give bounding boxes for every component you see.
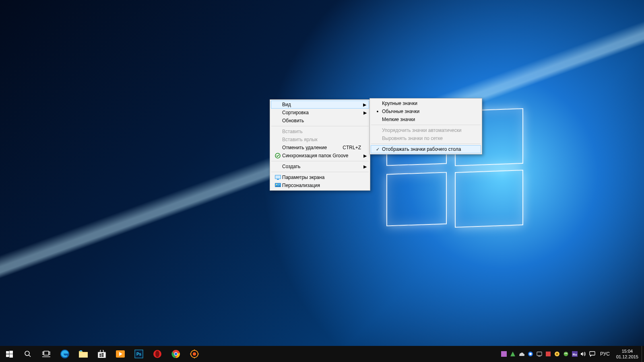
menu-separator <box>371 144 481 144</box>
tray-icon-1[interactable] <box>500 346 508 362</box>
svg-rect-22 <box>99 354 101 355</box>
taskbar-app-chrome[interactable] <box>167 346 185 362</box>
svg-rect-2 <box>275 175 281 179</box>
menu-item-sort[interactable]: Сортировка ▶ <box>271 109 369 117</box>
search-button[interactable] <box>19 346 37 362</box>
tray-icon-6[interactable] <box>544 346 553 362</box>
svg-point-49 <box>565 353 566 354</box>
svg-rect-8 <box>9 351 13 354</box>
submenu-item-show-desktop-icons[interactable]: ✓ Отображать значки рабочего стола <box>371 145 481 153</box>
submenu-item-auto-arrange: Упорядочить значки автоматически <box>371 126 481 134</box>
menu-item-display-settings[interactable]: Параметры экрана <box>271 173 369 181</box>
menu-label: Мелкие значки <box>382 117 473 122</box>
chevron-right-icon: ▶ <box>363 102 366 107</box>
taskbar-app-store[interactable] <box>93 346 111 362</box>
tray-icon-5[interactable] <box>535 346 544 362</box>
menu-label: Отменить удаление <box>282 145 334 150</box>
language-indicator[interactable]: РУС <box>597 351 613 357</box>
chevron-right-icon: ▶ <box>363 153 367 158</box>
groove-icon <box>273 153 282 158</box>
svg-rect-44 <box>537 352 542 356</box>
svg-rect-20 <box>98 352 106 358</box>
chevron-right-icon: ▶ <box>363 164 367 169</box>
tray-icon-4[interactable] <box>526 346 535 362</box>
check-mark-icon: ✓ <box>373 147 382 152</box>
taskbar-app-media[interactable] <box>111 346 130 362</box>
menu-item-new[interactable]: Создать ▶ <box>271 162 369 171</box>
menu-item-refresh[interactable]: Обновить <box>271 117 369 125</box>
menu-label: Сортировка <box>282 110 361 115</box>
taskbar-app-opera[interactable] <box>148 346 167 362</box>
tray-icon-2[interactable] <box>508 346 517 362</box>
action-center-icon[interactable] <box>588 346 597 362</box>
clock-time: 15:04 <box>616 348 638 354</box>
submenu-item-small-icons[interactable]: Мелкие значки <box>371 115 481 123</box>
menu-label: Параметры экрана <box>282 175 361 180</box>
submenu-item-medium-icons[interactable]: ● Обычные значки <box>371 107 481 115</box>
taskbar-right: Ru РУС 15:04 01.12.2015 <box>500 346 644 362</box>
svg-text:Ps: Ps <box>136 352 142 356</box>
svg-point-11 <box>25 351 29 356</box>
menu-label: Персонализация <box>282 183 361 188</box>
menu-item-view[interactable]: Вид ▶ <box>271 101 369 109</box>
personalize-icon <box>273 183 282 188</box>
menu-separator <box>271 172 369 172</box>
svg-point-37 <box>193 352 196 356</box>
svg-line-12 <box>29 355 31 357</box>
svg-rect-10 <box>9 354 13 358</box>
taskbar-app-explorer[interactable] <box>74 346 93 362</box>
svg-rect-13 <box>44 351 49 355</box>
taskbar-app-edge[interactable] <box>56 346 74 362</box>
svg-rect-45 <box>546 352 551 356</box>
svg-rect-15 <box>49 352 50 354</box>
svg-rect-9 <box>6 354 9 357</box>
svg-rect-7 <box>6 351 9 354</box>
svg-text:Ru: Ru <box>573 353 577 356</box>
menu-label: Синхронизация папок Groove <box>282 153 361 158</box>
tray-icon-9[interactable]: Ru <box>570 346 579 362</box>
taskbar-app-misc[interactable] <box>185 346 204 362</box>
menu-item-paste-shortcut: Вставить ярлык <box>271 136 369 144</box>
taskview-button[interactable] <box>37 346 56 362</box>
menu-label: Обновить <box>282 118 361 123</box>
menu-separator <box>271 126 369 126</box>
svg-point-48 <box>564 352 568 356</box>
tray-icon-3[interactable] <box>517 346 526 362</box>
start-button[interactable] <box>0 346 19 362</box>
svg-point-32 <box>155 351 159 357</box>
menu-item-paste: Вставить <box>271 128 369 136</box>
chevron-right-icon: ▶ <box>363 110 367 115</box>
svg-rect-14 <box>42 352 43 354</box>
svg-rect-18 <box>79 352 88 358</box>
menu-label: Крупные значки <box>382 101 473 106</box>
tray-icon-7[interactable] <box>553 346 561 362</box>
menu-item-undo-delete[interactable]: Отменить удаление CTRL+Z <box>271 144 369 152</box>
lang-label: РУС <box>600 351 610 357</box>
volume-icon[interactable] <box>579 346 588 362</box>
submenu-item-align-grid: Выровнять значки по сетке <box>371 134 481 142</box>
menu-item-groove-sync[interactable]: Синхронизация папок Groove ▶ <box>271 152 369 160</box>
svg-point-47 <box>556 353 558 355</box>
menu-shortcut: CTRL+Z <box>343 145 361 150</box>
svg-rect-42 <box>501 351 507 357</box>
menu-label: Создать <box>282 164 361 169</box>
desktop-context-menu: Вид ▶ Сортировка ▶ Обновить Вставить Вст… <box>270 99 370 191</box>
taskbar-left: Ps <box>0 346 204 362</box>
tray-icon-8[interactable] <box>561 346 570 362</box>
menu-label: Выровнять значки по сетке <box>382 136 473 141</box>
svg-rect-19 <box>80 350 82 352</box>
taskbar-clock[interactable]: 15:04 01.12.2015 <box>613 348 642 360</box>
menu-label: Отображать значки рабочего стола <box>382 146 473 152</box>
svg-rect-24 <box>99 356 101 357</box>
submenu-item-large-icons[interactable]: Крупные значки <box>371 99 481 107</box>
radio-mark-icon: ● <box>373 109 382 113</box>
show-desktop-button[interactable] <box>642 346 644 362</box>
display-icon <box>273 175 282 180</box>
desktop[interactable]: Вид ▶ Сортировка ▶ Обновить Вставить Вст… <box>0 0 644 346</box>
taskbar-app-photoshop[interactable]: Ps <box>130 346 148 362</box>
svg-rect-23 <box>102 353 104 355</box>
svg-point-35 <box>175 353 178 356</box>
menu-item-personalize[interactable]: Персонализация <box>271 181 369 189</box>
menu-label: Вставить <box>282 129 361 134</box>
clock-date: 01.12.2015 <box>616 354 638 360</box>
